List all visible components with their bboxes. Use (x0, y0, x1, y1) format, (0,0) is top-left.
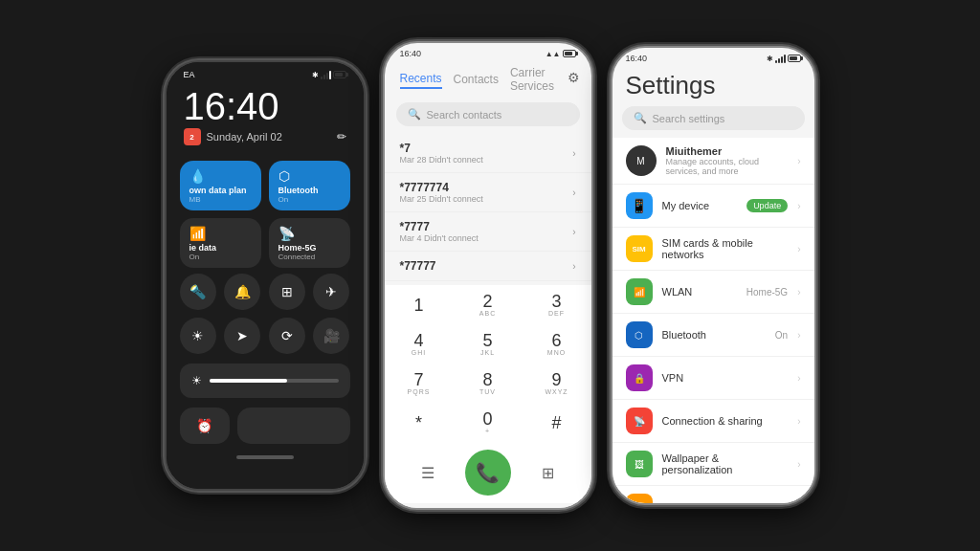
p3-battery-fill (790, 56, 797, 60)
p3-search-icon: 🔍 (634, 112, 647, 124)
dial-alpha-5: JKL (480, 349, 495, 356)
p1-status-left: EA (184, 70, 195, 79)
settings-item-sim[interactable]: SIM SIM cards & mobile networks › (612, 228, 814, 271)
mobile-tile[interactable]: 📶 ie data On (180, 218, 261, 268)
connection-label: Connection & sharing (662, 415, 789, 427)
wifi-title: Home-5G (278, 243, 341, 253)
recent-date-0: Mar 28 Didn't connect (400, 155, 483, 165)
bluetooth-tile[interactable]: ⬡ Bluetooth On (269, 161, 350, 210)
dial-num-star: * (415, 414, 422, 431)
p3-status-bar: 16:40 ✱ (612, 48, 814, 67)
dial-2[interactable]: 2 ABC (454, 285, 523, 324)
recent-arrow-0: › (572, 148, 575, 159)
wifi-tile[interactable]: 📡 Home-5G Connected (269, 218, 350, 268)
brightness-bar-container[interactable]: ☀ (180, 364, 350, 398)
settings-item-vpn[interactable]: 🔒 VPN › (612, 357, 814, 400)
airplane-btn[interactable]: ✈ (313, 274, 349, 310)
vpn-label: VPN (662, 372, 789, 384)
dial-3[interactable]: 3 DEF (523, 285, 591, 324)
settings-item-display[interactable]: 🌙 Always-on display & Lock › (612, 486, 814, 503)
recent-date-1: Mar 25 Didn't connect (400, 194, 483, 204)
dial-4[interactable]: 4 GHI (385, 324, 454, 364)
screen-record-btn[interactable]: ⊞ (269, 274, 305, 310)
dial-6[interactable]: 6 MNO (523, 324, 591, 364)
camera-btn[interactable]: 🎥 (313, 318, 349, 354)
brightness-icon: ☀ (191, 374, 202, 387)
recent-arrow-1: › (572, 187, 575, 198)
menu-icon[interactable]: ☰ (410, 454, 446, 491)
tab-contacts[interactable]: Contacts (454, 73, 499, 88)
dial-8[interactable]: 8 TUV (454, 364, 523, 403)
mobile-title: ie data (189, 243, 252, 253)
dial-9[interactable]: 9 WXYZ (523, 364, 591, 403)
recent-item-2[interactable]: *7777 Mar 4 Didn't connect › (385, 212, 591, 252)
bt-icon: ⬡ (278, 168, 341, 184)
dial-5[interactable]: 5 JKL (454, 324, 523, 364)
mobile-sub: On (189, 253, 252, 261)
tab-carrier[interactable]: Carrier Services (510, 66, 576, 95)
dial-num-hash: # (551, 414, 561, 431)
p2-search-placeholder: Search contacts (427, 109, 502, 121)
p2-status-icons: ▲▲ (546, 50, 576, 58)
brightness-btn[interactable]: ☀ (180, 318, 216, 354)
mobile-icon: 📶 (189, 226, 252, 241)
dial-num-8: 8 (482, 371, 492, 388)
dial-alpha-8: TUV (479, 388, 496, 395)
p1-controls: 💧 own data plan MB ⬡ Bluetooth On (167, 155, 364, 274)
settings-item-wallpaper[interactable]: 🖼 Wallpaper & personalization › (612, 443, 814, 486)
wallpaper-content: Wallpaper & personalization (662, 452, 789, 475)
alarm-btn[interactable]: 🔔 (224, 274, 260, 310)
battery-tip (346, 73, 348, 77)
wlan-icon: 📶 (626, 278, 653, 305)
data-sub: MB (189, 195, 252, 204)
wlan-value: Home-5G (746, 287, 788, 298)
p3-search[interactable]: 🔍 Search settings (622, 106, 805, 130)
dialpad-icon[interactable]: ⊞ (530, 454, 567, 491)
recent-item-0[interactable]: *7 Mar 28 Didn't connect › (385, 134, 591, 173)
p2-bottom-text: *88 (385, 503, 591, 508)
miui-profile-item[interactable]: M Miuithemer Manage accounts, cloud serv… (612, 138, 814, 185)
my-device-content: My device (662, 200, 738, 211)
recent-number-1: *7777774 (400, 181, 483, 194)
bluetooth-content: Bluetooth (662, 329, 766, 341)
bluetooth-arrow: › (797, 330, 800, 341)
dial-num-2: 2 (482, 293, 492, 310)
p2-status-bar: 16:40 ▲▲ (385, 43, 591, 62)
settings-item-connection[interactable]: 📡 Connection & sharing › (612, 400, 814, 443)
my-device-label: My device (662, 200, 738, 211)
flashlight-btn[interactable]: 🔦 (180, 274, 216, 310)
dial-1[interactable]: 1 (385, 285, 454, 324)
p2-search[interactable]: 🔍 Search contacts (396, 102, 580, 126)
dial-hash[interactable]: # (523, 403, 591, 442)
bluetooth-status-icon: ✱ (312, 71, 319, 79)
brightness-bar (210, 379, 339, 383)
recents-list: *7 Mar 28 Didn't connect › *7777774 Mar … (385, 134, 591, 281)
bar3 (326, 73, 328, 79)
call-button[interactable]: 📞 (465, 450, 511, 496)
p2-dialpad: 1 2 ABC 3 DEF 4 GHI (385, 285, 591, 503)
tab-recents[interactable]: Recents (400, 72, 442, 89)
display-content: Always-on display & Lock (662, 501, 789, 503)
rotation-btn[interactable]: ⟳ (269, 318, 305, 354)
location-btn[interactable]: ➤ (224, 318, 260, 354)
phone2-screen: 16:40 ▲▲ ⚙ Recents Contacts Carrier Serv… (385, 43, 591, 508)
recent-number-2: *7777 (400, 220, 479, 233)
vpn-content: VPN (662, 372, 789, 384)
wallpaper-icon: 🖼 (626, 451, 653, 477)
recent-item-1[interactable]: *7777774 Mar 25 Didn't connect › (385, 173, 591, 212)
settings-item-bluetooth[interactable]: ⬡ Bluetooth On › (612, 314, 814, 357)
recent-item-3[interactable]: *77777 › (385, 252, 591, 281)
p3-settings-title: Settings (612, 67, 814, 106)
settings-item-wlan[interactable]: 📶 WLAN Home-5G › (612, 271, 814, 314)
dial-7[interactable]: 7 PQRS (385, 364, 454, 403)
settings-gear-icon[interactable]: ⚙ (568, 70, 580, 85)
settings-item-my-device[interactable]: 📱 My device Update › (612, 185, 814, 228)
search-icon: 🔍 (408, 108, 421, 121)
recent-number-3: *77777 (400, 259, 436, 273)
dial-0[interactable]: 0 + (454, 403, 523, 442)
miui-sub: Manage accounts, cloud services, and mor… (666, 157, 789, 176)
dial-star[interactable]: * (385, 403, 454, 442)
data-tile[interactable]: 💧 own data plan MB (180, 161, 261, 210)
bar1 (321, 77, 323, 79)
auto-btn[interactable]: ⏰ (180, 408, 230, 444)
